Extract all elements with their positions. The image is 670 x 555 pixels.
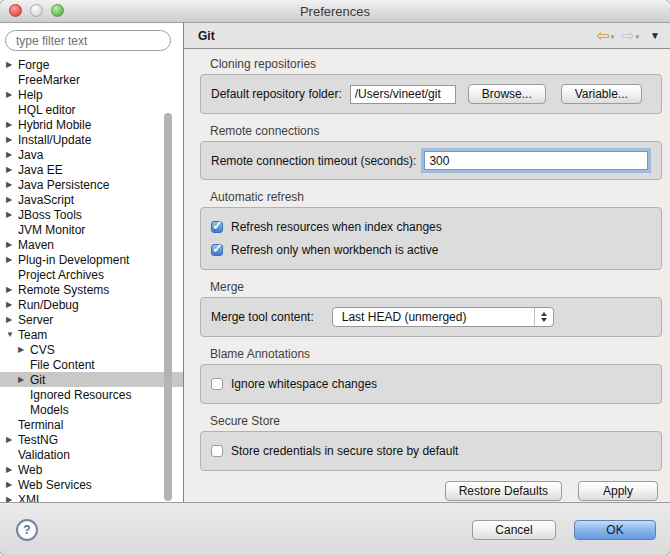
disclosure-triangle-icon[interactable] — [6, 252, 18, 267]
sidebar-item-run-debug[interactable]: Run/Debug — [0, 297, 183, 312]
sidebar-item-plugin-development[interactable]: Plug-in Development — [0, 252, 183, 267]
merge-groupbox: Merge tool content: Last HEAD (unmerged) — [200, 297, 662, 337]
remote-groupbox: Remote connection timeout (seconds): — [200, 141, 662, 180]
repo-folder-label: Default repository folder: — [211, 87, 342, 101]
sidebar-item-help[interactable]: Help — [0, 87, 183, 102]
disclosure-triangle-icon[interactable] — [6, 57, 18, 72]
sidebar-item-project-archives[interactable]: Project Archives — [0, 267, 183, 282]
browse-button[interactable]: Browse... — [468, 84, 546, 104]
sidebar-item-java-ee[interactable]: Java EE — [0, 162, 183, 177]
disclosure-triangle-icon[interactable] — [6, 237, 18, 252]
disclosure-triangle-icon[interactable] — [6, 147, 18, 162]
cloning-groupbox: Default repository folder: Browse... Var… — [200, 74, 662, 114]
checkbox-refresh-workbench[interactable]: Refresh only when workbench is active — [211, 243, 651, 257]
sidebar-item-install-update[interactable]: Install/Update — [0, 132, 183, 147]
forward-arrow-icon[interactable] — [621, 27, 634, 45]
sidebar-item-ignored-resources[interactable]: Ignored Resources — [0, 387, 183, 402]
disclosure-triangle-icon[interactable] — [6, 432, 18, 447]
secure-groupbox: Store credentials in secure store by def… — [200, 431, 662, 471]
disclosure-triangle-icon[interactable] — [6, 492, 18, 502]
dropdown-selected-value: Last HEAD (unmerged) — [333, 310, 534, 324]
disclosure-triangle-icon[interactable] — [6, 282, 18, 297]
tree-label: TestNG — [18, 433, 58, 447]
disclosure-triangle-icon[interactable] — [6, 327, 18, 342]
back-dropdown-icon[interactable] — [611, 33, 615, 41]
sidebar-item-remote-systems[interactable]: Remote Systems — [0, 282, 183, 297]
timeout-label: Remote connection timeout (seconds): — [211, 154, 416, 168]
sidebar-item-jboss-tools[interactable]: JBoss Tools — [0, 207, 183, 222]
forward-dropdown-icon[interactable] — [636, 33, 640, 41]
disclosure-triangle-icon[interactable] — [6, 312, 18, 327]
sidebar-item-server[interactable]: Server — [0, 312, 183, 327]
timeout-input[interactable] — [424, 151, 648, 170]
refresh-groupbox: Refresh resources when index changes Ref… — [200, 207, 662, 270]
sidebar-item-freemarker[interactable]: FreeMarker — [0, 72, 183, 87]
sidebar-item-java[interactable]: Java — [0, 147, 183, 162]
sidebar-item-team[interactable]: Team — [0, 327, 183, 342]
disclosure-triangle-icon[interactable] — [18, 372, 30, 387]
ok-button[interactable]: OK — [574, 520, 656, 540]
tree-label: Maven — [18, 238, 54, 252]
repo-folder-input[interactable] — [350, 85, 456, 104]
disclosure-triangle-icon[interactable] — [6, 462, 18, 477]
sidebar-item-hybrid-mobile[interactable]: Hybrid Mobile — [0, 117, 183, 132]
sidebar-item-forge[interactable]: Forge — [0, 57, 183, 72]
back-arrow-icon[interactable] — [596, 27, 609, 45]
tree-label: Run/Debug — [18, 298, 79, 312]
sidebar-item-jvm-monitor[interactable]: JVM Monitor — [0, 222, 183, 237]
apply-button[interactable]: Apply — [578, 481, 658, 501]
sidebar-item-javascript[interactable]: JavaScript — [0, 192, 183, 207]
sidebar-item-terminal[interactable]: Terminal — [0, 417, 183, 432]
sidebar-item-validation[interactable]: Validation — [0, 447, 183, 462]
sidebar-item-web-services[interactable]: Web Services — [0, 477, 183, 492]
disclosure-triangle-icon[interactable] — [6, 177, 18, 192]
tree-label: FreeMarker — [18, 73, 80, 87]
sidebar-item-testng[interactable]: TestNG — [0, 432, 183, 447]
tree-label: File Content — [30, 358, 95, 372]
cancel-button[interactable]: Cancel — [472, 520, 556, 540]
checkbox-refresh-index[interactable]: Refresh resources when index changes — [211, 220, 651, 234]
sidebar-item-git[interactable]: Git — [0, 372, 183, 387]
checkbox-unchecked-icon — [211, 445, 223, 457]
help-button[interactable]: ? — [16, 519, 38, 541]
checkbox-label: Refresh resources when index changes — [231, 220, 442, 234]
tree-label: XML — [18, 493, 43, 503]
sidebar-item-maven[interactable]: Maven — [0, 237, 183, 252]
tree-label: Forge — [18, 58, 49, 72]
sidebar-item-models[interactable]: Models — [0, 402, 183, 417]
restore-defaults-button[interactable]: Restore Defaults — [445, 481, 562, 501]
tree-label: JVM Monitor — [18, 223, 85, 237]
disclosure-triangle-icon[interactable] — [6, 477, 18, 492]
sidebar-item-cvs[interactable]: CVS — [0, 342, 183, 357]
sidebar-scrollbar[interactable] — [164, 113, 172, 501]
disclosure-triangle-icon[interactable] — [6, 132, 18, 147]
disclosure-triangle-icon[interactable] — [6, 297, 18, 312]
disclosure-triangle-icon[interactable] — [6, 117, 18, 132]
sidebar-item-web[interactable]: Web — [0, 462, 183, 477]
sidebar-item-xml[interactable]: XML — [0, 492, 183, 502]
close-button[interactable] — [9, 4, 22, 17]
tree-label: Help — [18, 88, 43, 102]
checkbox-store-credentials[interactable]: Store credentials in secure store by def… — [211, 444, 651, 458]
checkbox-ignore-whitespace[interactable]: Ignore whitespace changes — [211, 377, 651, 391]
disclosure-triangle-icon[interactable] — [6, 207, 18, 222]
sidebar-item-file-content[interactable]: File Content — [0, 357, 183, 372]
disclosure-triangle-icon[interactable] — [6, 87, 18, 102]
page-title: Git — [198, 29, 596, 43]
zoom-button[interactable] — [51, 4, 64, 17]
merge-tool-dropdown[interactable]: Last HEAD (unmerged) — [332, 307, 554, 327]
tree-label: Project Archives — [18, 268, 104, 282]
checkbox-label: Store credentials in secure store by def… — [231, 444, 458, 458]
sidebar-item-hql-editor[interactable]: HQL editor — [0, 102, 183, 117]
sidebar-item-java-persistence[interactable]: Java Persistence — [0, 177, 183, 192]
minimize-button[interactable] — [30, 4, 43, 17]
panel-buttons: Restore Defaults Apply — [184, 481, 670, 502]
disclosure-triangle-icon[interactable] — [18, 342, 30, 357]
disclosure-triangle-icon[interactable] — [6, 162, 18, 177]
title-bar[interactable]: Preferences — [0, 0, 670, 23]
disclosure-triangle-icon[interactable] — [6, 192, 18, 207]
window-title: Preferences — [0, 4, 670, 19]
variable-button[interactable]: Variable... — [561, 84, 642, 104]
view-menu-icon[interactable] — [650, 30, 660, 41]
filter-input[interactable] — [5, 30, 171, 51]
